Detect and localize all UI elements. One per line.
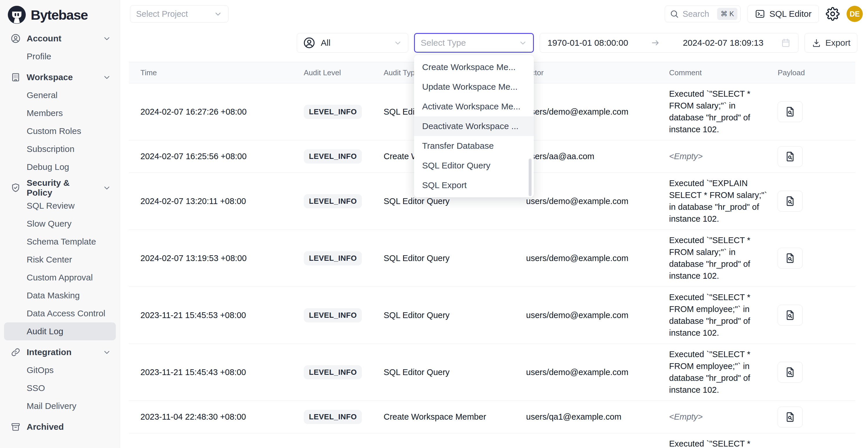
topbar: Select Project Search ⌘ K SQL Editor DE <box>120 0 868 28</box>
brand-name: Bytebase <box>31 7 88 23</box>
payload-view-button[interactable] <box>778 101 803 122</box>
export-button[interactable]: Export <box>805 33 857 53</box>
cell-actor: users/demo@example.com <box>526 367 669 377</box>
download-icon <box>811 38 822 48</box>
cell-comment: Executed `"SELECT * FROM salary;"` in da… <box>669 83 778 140</box>
cell-comment: <Empty> <box>669 146 778 167</box>
sidebar-item-custom-approval[interactable]: Custom Approval <box>4 268 116 287</box>
search-placeholder: Search <box>682 9 713 19</box>
cell-time: 2023-11-21 15:45:43 +08:00 <box>129 367 304 377</box>
type-option-create-workspace-me[interactable]: Create Workspace Me... <box>414 57 534 77</box>
column-header-comment: Comment <box>669 68 778 77</box>
sidebar: Bytebase Account Profile Workspace Gener… <box>0 0 120 448</box>
topbar-actions: Search ⌘ K SQL Editor DE <box>665 5 865 23</box>
sidebar-item-profile[interactable]: Profile <box>4 47 116 65</box>
column-header-payload: Payload <box>778 68 855 77</box>
sidebar-item-slow-query[interactable]: Slow Query <box>4 215 116 233</box>
sidebar-item-general[interactable]: General <box>4 86 116 104</box>
chevron-down-icon <box>214 9 222 18</box>
type-filter-select[interactable]: Select Type <box>414 33 534 53</box>
search-input[interactable]: Search ⌘ K <box>665 5 741 22</box>
sidebar-section-account[interactable]: Account <box>0 30 120 47</box>
date-range-picker[interactable]: 1970-01-01 08:00:00 2024-02-07 18:09:13 <box>540 33 799 53</box>
settings-gear-button[interactable] <box>826 7 840 21</box>
building-icon <box>10 72 21 83</box>
cell-comment: <Empty> <box>669 406 778 427</box>
column-header-time: Time <box>129 68 304 77</box>
column-header-audit-level: Audit Level <box>304 68 383 77</box>
sidebar-item-risk-center[interactable]: Risk Center <box>4 251 116 268</box>
chevron-down-icon <box>102 34 111 43</box>
payload-view-button[interactable] <box>778 146 803 167</box>
sidebar-item-debug-log[interactable]: Debug Log <box>4 158 116 176</box>
file-search-icon <box>785 151 796 162</box>
type-option-activate-workspace-me[interactable]: Activate Workspace Me... <box>414 97 534 116</box>
cell-comment: Executed `"SELECT * FROM employee;"` in … <box>669 344 778 401</box>
table-row: 2023-11-04 22:48:30 +08:00 LEVEL_INFO Cr… <box>129 401 855 433</box>
export-label: Export <box>826 38 850 48</box>
brand-logo[interactable]: Bytebase <box>0 0 120 25</box>
type-option-sql-editor-query[interactable]: SQL Editor Query <box>414 156 534 175</box>
payload-view-button[interactable] <box>778 191 803 212</box>
sidebar-section-integration[interactable]: Integration <box>0 343 120 361</box>
sql-editor-label: SQL Editor <box>769 9 811 19</box>
sidebar-section-archived[interactable]: Archived <box>0 418 120 436</box>
sidebar-item-schema-template[interactable]: Schema Template <box>4 233 116 251</box>
sidebar-section-workspace[interactable]: Workspace <box>0 68 120 86</box>
cell-comment: Executed `"SELECT * FROM employee;"` in … <box>669 287 778 344</box>
terminal-icon <box>755 9 765 19</box>
sql-editor-button[interactable]: SQL Editor <box>748 5 819 23</box>
cell-time: 2024-02-07 16:27:26 +08:00 <box>129 107 304 117</box>
user-avatar[interactable]: DE <box>846 6 863 22</box>
cell-actor: users/demo@example.com <box>526 196 669 206</box>
sidebar-section-security-policy[interactable]: Security & Policy <box>0 179 120 197</box>
date-to-value: 2024-02-07 18:09:13 <box>683 38 764 48</box>
type-option-sql-export[interactable]: SQL Export <box>414 175 534 195</box>
sidebar-item-sso[interactable]: SSO <box>4 379 116 397</box>
audit-level-badge: LEVEL_INFO <box>304 149 362 163</box>
sidebar-item-subscription[interactable]: Subscription <box>4 140 116 158</box>
file-search-icon <box>785 412 796 422</box>
audit-level-badge: LEVEL_INFO <box>304 251 362 265</box>
file-search-icon <box>785 367 796 378</box>
sidebar-item-mail-delivery[interactable]: Mail Delivery <box>4 397 116 415</box>
sidebar-item-data-access-control[interactable]: Data Access Control <box>4 305 116 322</box>
cell-audit-type: SQL Editor Query <box>383 311 526 320</box>
sidebar-item-gitops[interactable]: GitOps <box>4 361 116 379</box>
sidebar-item-sql-review[interactable]: SQL Review <box>4 197 116 215</box>
dropdown-scrollbar-thumb[interactable] <box>529 159 532 196</box>
empty-comment-text: <Empty> <box>669 152 703 161</box>
main-area: Select Project Search ⌘ K SQL Editor DE … <box>120 0 868 448</box>
project-select[interactable]: Select Project <box>130 5 228 23</box>
payload-view-button[interactable] <box>778 407 803 427</box>
payload-view-button[interactable] <box>778 248 803 268</box>
cell-comment: Executed `"SELECT * FROM department;"` i… <box>669 433 778 448</box>
type-filter-placeholder: Select Type <box>421 38 519 48</box>
cell-time: 2023-11-21 15:45:53 +08:00 <box>129 311 304 320</box>
sidebar-item-members[interactable]: Members <box>4 104 116 122</box>
archive-icon <box>10 422 21 432</box>
chevron-down-icon <box>394 38 402 47</box>
sidebar-item-audit-log[interactable]: Audit Log <box>4 322 116 340</box>
file-search-icon <box>785 253 796 264</box>
type-option-update-workspace-me[interactable]: Update Workspace Me... <box>414 77 534 97</box>
sidebar-item-data-masking[interactable]: Data Masking <box>4 287 116 305</box>
payload-view-button[interactable] <box>778 305 803 326</box>
payload-view-button[interactable] <box>778 362 803 383</box>
cell-audit-type: SQL Editor Query <box>383 367 526 377</box>
cell-actor: users/demo@example.com <box>526 311 669 320</box>
file-search-icon <box>785 106 796 117</box>
type-option-deactivate-workspace[interactable]: Deactivate Workspace ... <box>414 116 534 136</box>
actor-filter-select[interactable]: All <box>297 33 408 53</box>
file-search-icon <box>785 196 796 206</box>
type-option-transfer-database[interactable]: Transfer Database <box>414 136 534 156</box>
column-header-actor: Actor <box>526 68 669 77</box>
table-row: 2023-11-21 15:45:53 +08:00 LEVEL_INFO SQ… <box>129 287 855 344</box>
cell-actor: users/qa1@example.com <box>526 412 669 422</box>
table-row: 2023-11-21 15:45:43 +08:00 LEVEL_INFO SQ… <box>129 344 855 401</box>
cell-time: 2023-11-04 22:48:30 +08:00 <box>129 412 304 422</box>
audit-level-badge: LEVEL_INFO <box>304 365 362 379</box>
search-icon <box>670 9 679 19</box>
arrow-right-icon <box>651 38 660 47</box>
sidebar-item-custom-roles[interactable]: Custom Roles <box>4 122 116 140</box>
